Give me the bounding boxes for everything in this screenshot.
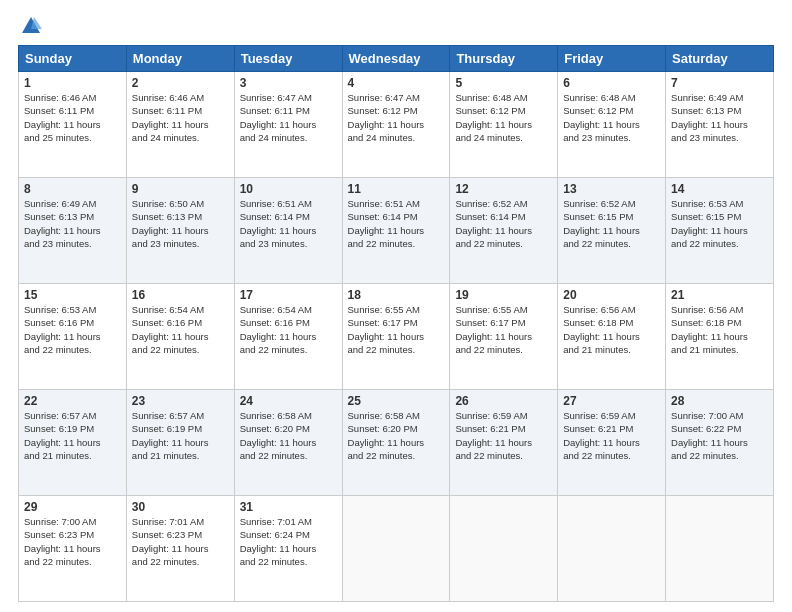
day-cell: 24Sunrise: 6:58 AM Sunset: 6:20 PM Dayli… bbox=[234, 390, 342, 496]
day-info: Sunrise: 6:50 AM Sunset: 6:13 PM Dayligh… bbox=[132, 197, 229, 250]
day-header-saturday: Saturday bbox=[666, 46, 774, 72]
day-header-wednesday: Wednesday bbox=[342, 46, 450, 72]
day-number: 31 bbox=[240, 500, 337, 514]
day-info: Sunrise: 6:46 AM Sunset: 6:11 PM Dayligh… bbox=[24, 91, 121, 144]
day-cell: 28Sunrise: 7:00 AM Sunset: 6:22 PM Dayli… bbox=[666, 390, 774, 496]
day-header-tuesday: Tuesday bbox=[234, 46, 342, 72]
day-cell: 16Sunrise: 6:54 AM Sunset: 6:16 PM Dayli… bbox=[126, 284, 234, 390]
day-info: Sunrise: 6:58 AM Sunset: 6:20 PM Dayligh… bbox=[348, 409, 445, 462]
day-cell: 2Sunrise: 6:46 AM Sunset: 6:11 PM Daylig… bbox=[126, 72, 234, 178]
day-cell: 11Sunrise: 6:51 AM Sunset: 6:14 PM Dayli… bbox=[342, 178, 450, 284]
day-number: 26 bbox=[455, 394, 552, 408]
day-number: 2 bbox=[132, 76, 229, 90]
day-number: 24 bbox=[240, 394, 337, 408]
day-cell: 23Sunrise: 6:57 AM Sunset: 6:19 PM Dayli… bbox=[126, 390, 234, 496]
svg-marker-1 bbox=[31, 17, 42, 29]
day-info: Sunrise: 7:01 AM Sunset: 6:24 PM Dayligh… bbox=[240, 515, 337, 568]
day-info: Sunrise: 7:00 AM Sunset: 6:23 PM Dayligh… bbox=[24, 515, 121, 568]
day-cell: 19Sunrise: 6:55 AM Sunset: 6:17 PM Dayli… bbox=[450, 284, 558, 390]
calendar-table: SundayMondayTuesdayWednesdayThursdayFrid… bbox=[18, 45, 774, 602]
day-cell: 10Sunrise: 6:51 AM Sunset: 6:14 PM Dayli… bbox=[234, 178, 342, 284]
day-number: 27 bbox=[563, 394, 660, 408]
day-cell: 27Sunrise: 6:59 AM Sunset: 6:21 PM Dayli… bbox=[558, 390, 666, 496]
day-number: 18 bbox=[348, 288, 445, 302]
header-row: SundayMondayTuesdayWednesdayThursdayFrid… bbox=[19, 46, 774, 72]
day-info: Sunrise: 6:58 AM Sunset: 6:20 PM Dayligh… bbox=[240, 409, 337, 462]
day-info: Sunrise: 6:59 AM Sunset: 6:21 PM Dayligh… bbox=[455, 409, 552, 462]
day-cell: 5Sunrise: 6:48 AM Sunset: 6:12 PM Daylig… bbox=[450, 72, 558, 178]
day-cell: 31Sunrise: 7:01 AM Sunset: 6:24 PM Dayli… bbox=[234, 496, 342, 602]
day-cell: 9Sunrise: 6:50 AM Sunset: 6:13 PM Daylig… bbox=[126, 178, 234, 284]
day-number: 1 bbox=[24, 76, 121, 90]
day-cell: 15Sunrise: 6:53 AM Sunset: 6:16 PM Dayli… bbox=[19, 284, 127, 390]
page: SundayMondayTuesdayWednesdayThursdayFrid… bbox=[0, 0, 792, 612]
calendar-header: SundayMondayTuesdayWednesdayThursdayFrid… bbox=[19, 46, 774, 72]
day-number: 3 bbox=[240, 76, 337, 90]
day-number: 9 bbox=[132, 182, 229, 196]
day-number: 14 bbox=[671, 182, 768, 196]
day-cell: 18Sunrise: 6:55 AM Sunset: 6:17 PM Dayli… bbox=[342, 284, 450, 390]
day-info: Sunrise: 6:48 AM Sunset: 6:12 PM Dayligh… bbox=[563, 91, 660, 144]
day-info: Sunrise: 6:52 AM Sunset: 6:15 PM Dayligh… bbox=[563, 197, 660, 250]
day-info: Sunrise: 6:54 AM Sunset: 6:16 PM Dayligh… bbox=[240, 303, 337, 356]
day-header-friday: Friday bbox=[558, 46, 666, 72]
day-number: 4 bbox=[348, 76, 445, 90]
day-cell: 26Sunrise: 6:59 AM Sunset: 6:21 PM Dayli… bbox=[450, 390, 558, 496]
day-info: Sunrise: 6:59 AM Sunset: 6:21 PM Dayligh… bbox=[563, 409, 660, 462]
day-cell: 3Sunrise: 6:47 AM Sunset: 6:11 PM Daylig… bbox=[234, 72, 342, 178]
day-cell: 4Sunrise: 6:47 AM Sunset: 6:12 PM Daylig… bbox=[342, 72, 450, 178]
day-info: Sunrise: 6:57 AM Sunset: 6:19 PM Dayligh… bbox=[132, 409, 229, 462]
day-number: 28 bbox=[671, 394, 768, 408]
day-cell: 7Sunrise: 6:49 AM Sunset: 6:13 PM Daylig… bbox=[666, 72, 774, 178]
day-number: 10 bbox=[240, 182, 337, 196]
week-row-4: 22Sunrise: 6:57 AM Sunset: 6:19 PM Dayli… bbox=[19, 390, 774, 496]
day-number: 5 bbox=[455, 76, 552, 90]
day-cell: 22Sunrise: 6:57 AM Sunset: 6:19 PM Dayli… bbox=[19, 390, 127, 496]
day-info: Sunrise: 6:51 AM Sunset: 6:14 PM Dayligh… bbox=[240, 197, 337, 250]
day-cell bbox=[666, 496, 774, 602]
day-number: 20 bbox=[563, 288, 660, 302]
day-number: 6 bbox=[563, 76, 660, 90]
day-info: Sunrise: 6:53 AM Sunset: 6:16 PM Dayligh… bbox=[24, 303, 121, 356]
week-row-5: 29Sunrise: 7:00 AM Sunset: 6:23 PM Dayli… bbox=[19, 496, 774, 602]
day-cell: 29Sunrise: 7:00 AM Sunset: 6:23 PM Dayli… bbox=[19, 496, 127, 602]
day-header-monday: Monday bbox=[126, 46, 234, 72]
day-cell: 12Sunrise: 6:52 AM Sunset: 6:14 PM Dayli… bbox=[450, 178, 558, 284]
day-info: Sunrise: 6:54 AM Sunset: 6:16 PM Dayligh… bbox=[132, 303, 229, 356]
week-row-1: 1Sunrise: 6:46 AM Sunset: 6:11 PM Daylig… bbox=[19, 72, 774, 178]
day-number: 23 bbox=[132, 394, 229, 408]
calendar-body: 1Sunrise: 6:46 AM Sunset: 6:11 PM Daylig… bbox=[19, 72, 774, 602]
header bbox=[18, 15, 774, 37]
day-info: Sunrise: 6:52 AM Sunset: 6:14 PM Dayligh… bbox=[455, 197, 552, 250]
day-info: Sunrise: 6:47 AM Sunset: 6:11 PM Dayligh… bbox=[240, 91, 337, 144]
day-cell: 14Sunrise: 6:53 AM Sunset: 6:15 PM Dayli… bbox=[666, 178, 774, 284]
day-number: 15 bbox=[24, 288, 121, 302]
logo-icon bbox=[20, 15, 42, 37]
day-info: Sunrise: 6:48 AM Sunset: 6:12 PM Dayligh… bbox=[455, 91, 552, 144]
day-number: 17 bbox=[240, 288, 337, 302]
day-info: Sunrise: 6:57 AM Sunset: 6:19 PM Dayligh… bbox=[24, 409, 121, 462]
day-info: Sunrise: 6:55 AM Sunset: 6:17 PM Dayligh… bbox=[455, 303, 552, 356]
day-info: Sunrise: 6:53 AM Sunset: 6:15 PM Dayligh… bbox=[671, 197, 768, 250]
day-number: 13 bbox=[563, 182, 660, 196]
day-info: Sunrise: 7:00 AM Sunset: 6:22 PM Dayligh… bbox=[671, 409, 768, 462]
day-number: 25 bbox=[348, 394, 445, 408]
day-cell: 21Sunrise: 6:56 AM Sunset: 6:18 PM Dayli… bbox=[666, 284, 774, 390]
week-row-3: 15Sunrise: 6:53 AM Sunset: 6:16 PM Dayli… bbox=[19, 284, 774, 390]
day-info: Sunrise: 6:47 AM Sunset: 6:12 PM Dayligh… bbox=[348, 91, 445, 144]
day-cell bbox=[450, 496, 558, 602]
day-cell bbox=[558, 496, 666, 602]
logo bbox=[18, 15, 42, 37]
day-number: 30 bbox=[132, 500, 229, 514]
day-header-sunday: Sunday bbox=[19, 46, 127, 72]
day-cell: 20Sunrise: 6:56 AM Sunset: 6:18 PM Dayli… bbox=[558, 284, 666, 390]
day-info: Sunrise: 6:49 AM Sunset: 6:13 PM Dayligh… bbox=[671, 91, 768, 144]
week-row-2: 8Sunrise: 6:49 AM Sunset: 6:13 PM Daylig… bbox=[19, 178, 774, 284]
day-info: Sunrise: 7:01 AM Sunset: 6:23 PM Dayligh… bbox=[132, 515, 229, 568]
day-info: Sunrise: 6:51 AM Sunset: 6:14 PM Dayligh… bbox=[348, 197, 445, 250]
day-cell: 8Sunrise: 6:49 AM Sunset: 6:13 PM Daylig… bbox=[19, 178, 127, 284]
day-number: 22 bbox=[24, 394, 121, 408]
day-number: 11 bbox=[348, 182, 445, 196]
day-info: Sunrise: 6:55 AM Sunset: 6:17 PM Dayligh… bbox=[348, 303, 445, 356]
day-cell: 30Sunrise: 7:01 AM Sunset: 6:23 PM Dayli… bbox=[126, 496, 234, 602]
